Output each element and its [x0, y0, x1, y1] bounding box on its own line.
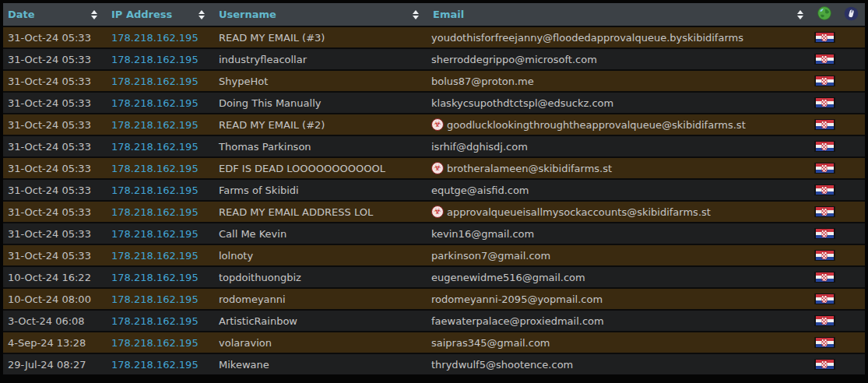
table-row: 31-Oct-24 05:33 178.218.162.195 Call Me … [3, 222, 865, 244]
croatia-flag-icon [815, 76, 835, 86]
column-header-email[interactable]: Email [427, 3, 811, 26]
username-cell: lolnoty [213, 250, 427, 262]
date-cell: 31-Oct-24 05:33 [3, 76, 105, 87]
table-row: 31-Oct-24 05:33 178.218.162.195 Doing Th… [3, 91, 865, 113]
username-cell: Mikewane [213, 359, 427, 371]
croatia-flag-icon [815, 163, 835, 174]
date-cell: 31-Oct-24 05:33 [3, 206, 105, 218]
date-cell: 31-Oct-24 05:33 [3, 228, 105, 240]
email-text: isrhif@dghisdj.com [431, 141, 528, 153]
croatia-flag-icon [815, 293, 835, 304]
croatia-flag-icon [815, 32, 835, 43]
username-cell: Thomas Parkinson [213, 141, 427, 153]
email-text: thrydwulf5@shootence.com [431, 359, 573, 371]
globe-icon [817, 6, 831, 23]
username-cell: EDF IS DEAD LOOOOOOOOOOOL [213, 163, 427, 174]
column-header-country[interactable] [811, 3, 838, 26]
ip-link[interactable]: 178.218.162.195 [111, 163, 199, 174]
table-row: 31-Oct-24 05:33 178.218.162.195 ShypeHot… [3, 69, 865, 91]
ip-link[interactable]: 178.218.162.195 [111, 337, 199, 349]
croatia-flag-icon [815, 337, 835, 348]
ip-link[interactable]: 178.218.162.195 [111, 206, 199, 218]
table-row: 31-Oct-24 05:33 178.218.162.195 EDF IS D… [3, 156, 865, 178]
column-label-date: Date [8, 9, 35, 20]
column-label-username: Username [219, 9, 276, 20]
column-header-username[interactable]: Username [213, 3, 427, 26]
croatia-flag-icon [815, 228, 835, 239]
croatia-flag-icon [815, 141, 835, 152]
croatia-flag-icon [815, 184, 835, 195]
table-row: 10-Oct-24 16:22 178.218.162.195 topdoith… [3, 265, 865, 287]
table-row: 31-Oct-24 05:33 178.218.162.195 industry… [3, 47, 865, 69]
date-cell: 10-Oct-24 16:22 [3, 272, 105, 283]
table-row: 3-Oct-24 06:08 178.218.162.195 ArtisticR… [3, 309, 865, 331]
ip-link[interactable]: 178.218.162.195 [111, 76, 199, 87]
email-text: sherroddegrippo@microsoft.com [431, 54, 597, 65]
email-text: equtge@aisfid.com [431, 184, 529, 196]
email-text: faewaterpalace@proxiedmail.com [431, 315, 604, 327]
column-header-device[interactable] [838, 3, 865, 26]
username-cell: Call Me Kevin [213, 228, 427, 240]
croatia-flag-icon [815, 315, 835, 326]
table-row: 31-Oct-24 05:33 178.218.162.195 lolnoty … [3, 244, 865, 265]
date-cell: 31-Oct-24 05:33 [3, 163, 105, 174]
email-text: klaskycsupothdtctspl@edsuckz.com [431, 97, 613, 109]
table-header: Date IP Address Username Email [3, 3, 865, 26]
croatia-flag-icon [815, 272, 835, 283]
email-text: rodomeyanni-2095@yopmail.com [431, 293, 603, 305]
date-cell: 31-Oct-24 05:33 [3, 184, 105, 196]
biohazard-badge-icon: ☣ [431, 162, 444, 174]
ip-link[interactable]: 178.218.162.195 [111, 315, 199, 327]
ip-link[interactable]: 178.218.162.195 [111, 97, 199, 109]
ip-link[interactable]: 178.218.162.195 [111, 141, 199, 153]
date-cell: 3-Oct-24 06:08 [3, 315, 105, 327]
date-cell: 31-Oct-24 05:33 [3, 141, 105, 153]
ip-link[interactable]: 178.218.162.195 [111, 119, 199, 131]
column-header-ip[interactable]: IP Address [105, 3, 213, 26]
sort-icon [91, 10, 97, 19]
table-row: 10-Oct-24 08:00 178.218.162.195 rodomeya… [3, 287, 865, 309]
croatia-flag-icon [815, 97, 835, 108]
table-row: 31-Oct-24 05:33 178.218.162.195 READ MY … [3, 113, 865, 135]
ip-link[interactable]: 178.218.162.195 [111, 359, 199, 371]
email-text: kevin16@gmail.com [431, 228, 534, 240]
username-cell: volaravion [213, 337, 427, 349]
croatia-flag-icon [815, 206, 835, 217]
ip-link[interactable]: 178.218.162.195 [111, 54, 199, 65]
column-header-date[interactable]: Date [3, 3, 105, 26]
username-cell: READ MY EMAIL ADDRESS LOL [213, 206, 427, 218]
date-cell: 29-Jul-24 08:27 [3, 359, 105, 371]
date-cell: 10-Oct-24 08:00 [3, 293, 105, 305]
sort-icon [797, 10, 803, 19]
croatia-flag-icon [815, 359, 835, 370]
table-body: 31-Oct-24 05:33 178.218.162.195 READ MY … [3, 26, 865, 374]
log-table: Date IP Address Username Email [3, 3, 865, 374]
date-cell: 31-Oct-24 05:33 [3, 119, 105, 131]
sort-icon [413, 10, 419, 19]
ip-link[interactable]: 178.218.162.195 [111, 250, 199, 262]
username-cell: READ MY EMAIL (#3) [213, 32, 427, 44]
username-cell: rodomeyanni [213, 293, 427, 305]
column-label-email: Email [433, 9, 464, 20]
ip-link[interactable]: 178.218.162.195 [111, 272, 199, 283]
ip-link[interactable]: 178.218.162.195 [111, 184, 199, 196]
ip-link[interactable]: 178.218.162.195 [111, 293, 199, 305]
email-text: brotheralameen@skibidifarms.st [447, 163, 612, 174]
date-cell: 31-Oct-24 05:33 [3, 97, 105, 109]
date-cell: 4-Sep-24 13:28 [3, 337, 105, 349]
email-text: saipras345@gmail.com [431, 337, 550, 349]
croatia-flag-icon [815, 119, 835, 130]
date-cell: 31-Oct-24 05:33 [3, 54, 105, 65]
ip-link[interactable]: 178.218.162.195 [111, 32, 199, 44]
table-row: 4-Sep-24 13:28 178.218.162.195 volaravio… [3, 331, 865, 353]
email-text: goodlucklookingthroughtheapprovalqueue@s… [447, 119, 746, 131]
email-text: parkinson7@gmail.com [431, 250, 550, 262]
biohazard-badge-icon: ☣ [431, 206, 444, 218]
username-cell: topdoithuongbiz [213, 272, 427, 283]
biohazard-badge-icon: ☣ [431, 118, 444, 131]
ip-link[interactable]: 178.218.162.195 [111, 228, 199, 240]
croatia-flag-icon [815, 54, 835, 65]
username-cell: Farms of Skibidi [213, 184, 427, 196]
table-row: 31-Oct-24 05:33 178.218.162.195 READ MY … [3, 200, 865, 222]
date-cell: 31-Oct-24 05:33 [3, 250, 105, 262]
